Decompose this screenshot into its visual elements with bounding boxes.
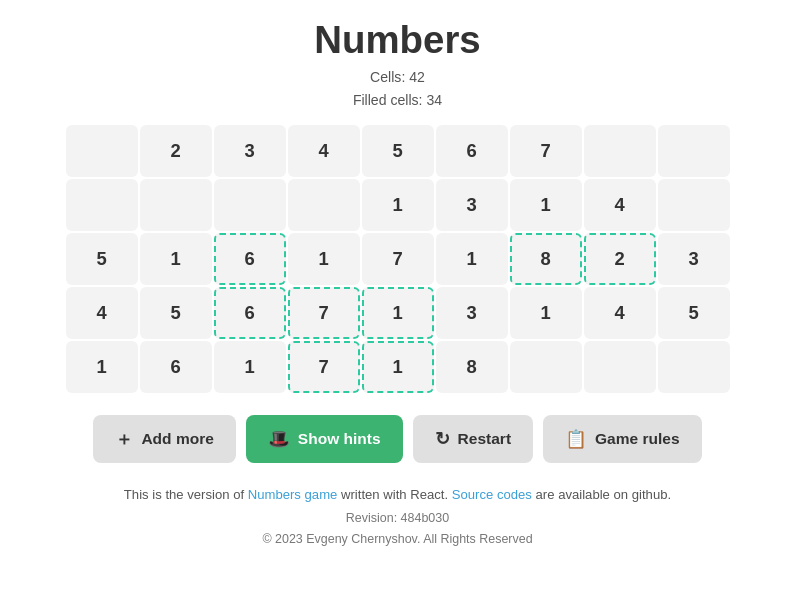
grid-cell[interactable]: 1 — [140, 233, 212, 285]
grid-cell[interactable]: 1 — [362, 179, 434, 231]
grid-row: 234567 — [66, 125, 730, 177]
grid-cell[interactable]: 6 — [436, 125, 508, 177]
numbers-game-link[interactable]: Numbers game — [248, 487, 338, 502]
grid-cell[interactable]: 5 — [66, 233, 138, 285]
cells-count: Cells: 42 — [353, 66, 442, 89]
filled-count: Filled cells: 34 — [353, 89, 442, 112]
grid-cell[interactable]: 5 — [362, 125, 434, 177]
hints-icon: 🎩 — [268, 429, 290, 450]
grid-cell[interactable] — [288, 179, 360, 231]
grid-cell[interactable]: 1 — [66, 341, 138, 393]
grid-cell[interactable]: 7 — [288, 341, 360, 393]
grid-cell[interactable]: 4 — [66, 287, 138, 339]
grid-cell[interactable]: 5 — [658, 287, 730, 339]
grid-cell[interactable]: 1 — [510, 179, 582, 231]
grid-cell[interactable] — [66, 179, 138, 231]
grid-cell[interactable]: 8 — [510, 233, 582, 285]
game-rules-button[interactable]: 📋 Game rules — [543, 415, 702, 463]
grid-cell[interactable] — [658, 125, 730, 177]
grid-cell[interactable]: 3 — [658, 233, 730, 285]
grid-cell[interactable]: 4 — [288, 125, 360, 177]
grid-cell[interactable]: 2 — [584, 233, 656, 285]
grid-cell[interactable] — [140, 179, 212, 231]
grid-cell[interactable]: 1 — [214, 341, 286, 393]
rules-icon: 📋 — [565, 429, 587, 450]
grid-cell[interactable]: 1 — [288, 233, 360, 285]
grid-cell[interactable] — [584, 125, 656, 177]
grid-cell[interactable]: 6 — [140, 341, 212, 393]
grid-cell[interactable]: 3 — [214, 125, 286, 177]
grid-cell[interactable] — [658, 179, 730, 231]
grid-cell[interactable]: 4 — [584, 287, 656, 339]
grid-cell[interactable]: 4 — [584, 179, 656, 231]
grid-cell[interactable]: 6 — [214, 233, 286, 285]
grid-cell[interactable]: 6 — [214, 287, 286, 339]
stats-block: Cells: 42 Filled cells: 34 — [353, 66, 442, 111]
grid-cell[interactable] — [584, 341, 656, 393]
grid-cell[interactable]: 1 — [436, 233, 508, 285]
revision-info: Revision: 484b030 © 2023 Evgeny Chernysh… — [262, 508, 532, 550]
grid-cell[interactable]: 7 — [362, 233, 434, 285]
grid-cell[interactable]: 1 — [362, 341, 434, 393]
grid-cell[interactable]: 3 — [436, 287, 508, 339]
grid-cell[interactable] — [214, 179, 286, 231]
add-more-button[interactable]: ＋ Add more — [93, 415, 235, 463]
plus-icon: ＋ — [115, 427, 133, 451]
grid-cell[interactable] — [658, 341, 730, 393]
grid-cell[interactable] — [510, 341, 582, 393]
grid-row: 516171823 — [66, 233, 730, 285]
restart-button[interactable]: ↻ Restart — [413, 415, 533, 463]
footer-description: This is the version of Numbers game writ… — [124, 487, 671, 502]
grid-cell[interactable]: 8 — [436, 341, 508, 393]
grid-cell[interactable]: 7 — [510, 125, 582, 177]
grid-cell[interactable]: 2 — [140, 125, 212, 177]
page-title: Numbers — [314, 18, 480, 62]
number-grid: 2345671314516171823456713145161718 — [66, 125, 730, 393]
grid-row: 1314 — [66, 179, 730, 231]
grid-cell[interactable]: 3 — [436, 179, 508, 231]
grid-cell[interactable] — [66, 125, 138, 177]
grid-cell[interactable]: 5 — [140, 287, 212, 339]
grid-row: 456713145 — [66, 287, 730, 339]
show-hints-button[interactable]: 🎩 Show hints — [246, 415, 403, 463]
action-buttons: ＋ Add more 🎩 Show hints ↻ Restart 📋 Game… — [93, 415, 701, 463]
grid-row: 161718 — [66, 341, 730, 393]
source-codes-link[interactable]: Source codes — [452, 487, 532, 502]
grid-cell[interactable]: 7 — [288, 287, 360, 339]
restart-icon: ↻ — [435, 429, 450, 450]
grid-cell[interactable]: 1 — [510, 287, 582, 339]
grid-cell[interactable]: 1 — [362, 287, 434, 339]
